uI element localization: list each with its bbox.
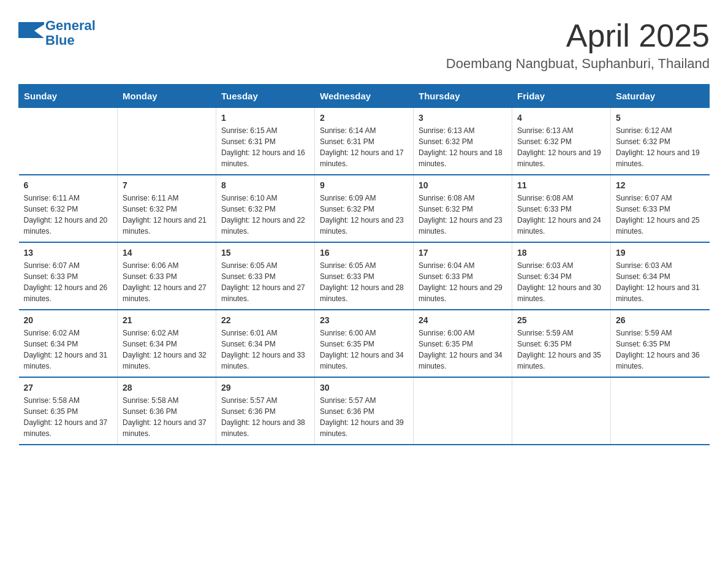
calendar-cell: 26Sunrise: 5:59 AMSunset: 6:35 PMDayligh… xyxy=(611,310,710,377)
weekday-header-saturday: Saturday xyxy=(611,85,710,108)
logo-text: General Blue xyxy=(45,18,96,48)
day-number: 15 xyxy=(221,248,309,258)
day-detail: Sunrise: 6:00 AMSunset: 6:35 PMDaylight:… xyxy=(320,327,408,372)
day-detail: Sunrise: 6:06 AMSunset: 6:33 PMDaylight:… xyxy=(123,260,211,304)
day-detail: Sunrise: 5:57 AMSunset: 6:36 PMDaylight:… xyxy=(320,395,408,439)
calendar-cell: 10Sunrise: 6:08 AMSunset: 6:32 PMDayligh… xyxy=(414,175,512,242)
day-number: 6 xyxy=(24,180,113,190)
day-detail: Sunrise: 6:08 AMSunset: 6:33 PMDaylight:… xyxy=(517,193,605,237)
month-title: April 2025 xyxy=(446,18,710,53)
day-detail: Sunrise: 6:05 AMSunset: 6:33 PMDaylight:… xyxy=(320,260,408,304)
weekday-header-thursday: Thursday xyxy=(414,85,512,108)
day-detail: Sunrise: 6:02 AMSunset: 6:34 PMDaylight:… xyxy=(24,327,113,372)
title-block: April 2025 Doembang Nangbuat, Suphanburi… xyxy=(446,18,710,72)
logo-general: General xyxy=(45,18,96,33)
calendar-cell: 9Sunrise: 6:09 AMSunset: 6:32 PMDaylight… xyxy=(315,175,414,242)
calendar-cell: 24Sunrise: 6:00 AMSunset: 6:35 PMDayligh… xyxy=(414,310,512,377)
day-detail: Sunrise: 6:11 AMSunset: 6:32 PMDaylight:… xyxy=(24,193,113,237)
day-detail: Sunrise: 6:03 AMSunset: 6:34 PMDaylight:… xyxy=(616,260,705,304)
weekday-header-row: SundayMondayTuesdayWednesdayThursdayFrid… xyxy=(19,85,710,108)
day-detail: Sunrise: 6:08 AMSunset: 6:32 PMDaylight:… xyxy=(419,193,507,237)
calendar-cell: 21Sunrise: 6:02 AMSunset: 6:34 PMDayligh… xyxy=(118,310,216,377)
calendar-week-row: 6Sunrise: 6:11 AMSunset: 6:32 PMDaylight… xyxy=(19,175,710,242)
day-number: 26 xyxy=(616,315,705,325)
calendar-week-row: 1Sunrise: 6:15 AMSunset: 6:31 PMDaylight… xyxy=(19,108,710,175)
calendar-header: SundayMondayTuesdayWednesdayThursdayFrid… xyxy=(19,85,710,108)
day-number: 5 xyxy=(616,113,705,123)
day-number: 10 xyxy=(419,180,507,190)
day-number: 1 xyxy=(221,113,309,123)
day-number: 3 xyxy=(419,113,507,123)
day-number: 30 xyxy=(320,383,408,393)
calendar-cell xyxy=(118,108,216,175)
calendar-cell: 18Sunrise: 6:03 AMSunset: 6:34 PMDayligh… xyxy=(512,242,611,310)
calendar-cell: 25Sunrise: 5:59 AMSunset: 6:35 PMDayligh… xyxy=(512,310,611,377)
calendar-cell: 28Sunrise: 5:58 AMSunset: 6:36 PMDayligh… xyxy=(118,377,216,445)
day-number: 27 xyxy=(24,383,113,393)
day-number: 12 xyxy=(616,180,705,190)
day-detail: Sunrise: 5:59 AMSunset: 6:35 PMDaylight:… xyxy=(616,327,705,372)
calendar-cell: 29Sunrise: 5:57 AMSunset: 6:36 PMDayligh… xyxy=(216,377,315,445)
day-number: 13 xyxy=(24,248,113,258)
day-detail: Sunrise: 5:57 AMSunset: 6:36 PMDaylight:… xyxy=(221,395,309,439)
day-number: 19 xyxy=(616,248,705,258)
calendar-cell xyxy=(19,108,118,175)
day-number: 17 xyxy=(419,248,507,258)
day-detail: Sunrise: 6:07 AMSunset: 6:33 PMDaylight:… xyxy=(616,193,705,237)
day-detail: Sunrise: 6:03 AMSunset: 6:34 PMDaylight:… xyxy=(517,260,605,304)
calendar-cell: 7Sunrise: 6:11 AMSunset: 6:32 PMDaylight… xyxy=(118,175,216,242)
logo-blue: Blue xyxy=(45,33,75,48)
weekday-header-sunday: Sunday xyxy=(19,85,118,108)
calendar-table: SundayMondayTuesdayWednesdayThursdayFrid… xyxy=(18,84,710,445)
calendar-cell xyxy=(414,377,512,445)
calendar-cell: 30Sunrise: 5:57 AMSunset: 6:36 PMDayligh… xyxy=(315,377,414,445)
location-title: Doembang Nangbuat, Suphanburi, Thailand xyxy=(446,56,710,72)
day-detail: Sunrise: 6:01 AMSunset: 6:34 PMDaylight:… xyxy=(221,327,309,372)
calendar-cell: 4Sunrise: 6:13 AMSunset: 6:32 PMDaylight… xyxy=(512,108,611,175)
day-number: 24 xyxy=(419,315,507,325)
day-number: 20 xyxy=(24,315,113,325)
calendar-cell: 13Sunrise: 6:07 AMSunset: 6:33 PMDayligh… xyxy=(19,242,118,310)
calendar-cell: 6Sunrise: 6:11 AMSunset: 6:32 PMDaylight… xyxy=(19,175,118,242)
day-detail: Sunrise: 6:02 AMSunset: 6:34 PMDaylight:… xyxy=(123,327,211,372)
calendar-week-row: 20Sunrise: 6:02 AMSunset: 6:34 PMDayligh… xyxy=(19,310,710,377)
calendar-cell: 22Sunrise: 6:01 AMSunset: 6:34 PMDayligh… xyxy=(216,310,315,377)
svg-rect-0 xyxy=(18,22,34,38)
calendar-cell: 5Sunrise: 6:12 AMSunset: 6:32 PMDaylight… xyxy=(611,108,710,175)
calendar-cell: 2Sunrise: 6:14 AMSunset: 6:31 PMDaylight… xyxy=(315,108,414,175)
weekday-header-monday: Monday xyxy=(118,85,216,108)
day-detail: Sunrise: 5:58 AMSunset: 6:35 PMDaylight:… xyxy=(24,395,113,439)
day-number: 23 xyxy=(320,315,408,325)
logo-icon xyxy=(18,22,40,44)
weekday-header-friday: Friday xyxy=(512,85,611,108)
calendar-week-row: 27Sunrise: 5:58 AMSunset: 6:35 PMDayligh… xyxy=(19,377,710,445)
day-detail: Sunrise: 5:58 AMSunset: 6:36 PMDaylight:… xyxy=(123,395,211,439)
day-number: 11 xyxy=(517,180,605,190)
calendar-cell: 16Sunrise: 6:05 AMSunset: 6:33 PMDayligh… xyxy=(315,242,414,310)
day-number: 21 xyxy=(123,315,211,325)
weekday-header-wednesday: Wednesday xyxy=(315,85,414,108)
day-detail: Sunrise: 6:15 AMSunset: 6:31 PMDaylight:… xyxy=(221,125,309,169)
day-detail: Sunrise: 6:04 AMSunset: 6:33 PMDaylight:… xyxy=(419,260,507,304)
day-number: 28 xyxy=(123,383,211,393)
day-detail: Sunrise: 6:07 AMSunset: 6:33 PMDaylight:… xyxy=(24,260,113,304)
calendar-cell: 3Sunrise: 6:13 AMSunset: 6:32 PMDaylight… xyxy=(414,108,512,175)
calendar-cell: 11Sunrise: 6:08 AMSunset: 6:33 PMDayligh… xyxy=(512,175,611,242)
day-detail: Sunrise: 6:13 AMSunset: 6:32 PMDaylight:… xyxy=(419,125,507,169)
day-detail: Sunrise: 6:09 AMSunset: 6:32 PMDaylight:… xyxy=(320,193,408,237)
day-detail: Sunrise: 6:13 AMSunset: 6:32 PMDaylight:… xyxy=(517,125,605,169)
day-number: 22 xyxy=(221,315,309,325)
day-number: 29 xyxy=(221,383,309,393)
calendar-cell: 20Sunrise: 6:02 AMSunset: 6:34 PMDayligh… xyxy=(19,310,118,377)
day-number: 2 xyxy=(320,113,408,123)
day-detail: Sunrise: 6:14 AMSunset: 6:31 PMDaylight:… xyxy=(320,125,408,169)
page-header: General Blue April 2025 Doembang Nangbua… xyxy=(18,18,710,72)
calendar-cell: 19Sunrise: 6:03 AMSunset: 6:34 PMDayligh… xyxy=(611,242,710,310)
calendar-cell: 15Sunrise: 6:05 AMSunset: 6:33 PMDayligh… xyxy=(216,242,315,310)
day-number: 7 xyxy=(123,180,211,190)
weekday-header-tuesday: Tuesday xyxy=(216,85,315,108)
day-detail: Sunrise: 6:10 AMSunset: 6:32 PMDaylight:… xyxy=(221,193,309,237)
calendar-cell xyxy=(512,377,611,445)
day-detail: Sunrise: 6:11 AMSunset: 6:32 PMDaylight:… xyxy=(123,193,211,237)
day-number: 4 xyxy=(517,113,605,123)
